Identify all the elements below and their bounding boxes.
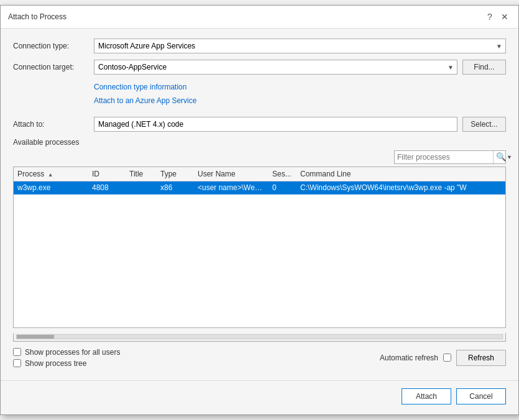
filter-dropdown-arrow: ▼ bbox=[507, 154, 512, 160]
connection-target-select[interactable]: Contoso-AppService bbox=[94, 60, 457, 75]
scrollbar-track[interactable] bbox=[16, 334, 503, 339]
filter-row: 🔍 ▼ bbox=[13, 150, 506, 164]
process-table-wrap[interactable]: Process ▲ ID Title Type Us bbox=[13, 167, 506, 328]
cell-ses: 0 bbox=[269, 181, 296, 194]
col-label-cmdline: Command Line bbox=[300, 170, 351, 178]
col-label-ses: Ses... bbox=[272, 170, 292, 178]
show-process-tree-label: Show process tree bbox=[25, 359, 86, 368]
col-header-title[interactable]: Title bbox=[126, 167, 157, 181]
table-header: Process ▲ ID Title Type Us bbox=[14, 167, 505, 181]
help-button[interactable]: ? bbox=[484, 11, 496, 23]
options-row: Show processes for all users Show proces… bbox=[13, 348, 506, 368]
find-button[interactable]: Find... bbox=[462, 60, 506, 75]
dialog-title: Attach to Process bbox=[8, 12, 67, 21]
search-icon: 🔍 bbox=[496, 152, 507, 162]
col-header-username[interactable]: User Name bbox=[194, 167, 269, 181]
refresh-area: Automatic refresh Refresh bbox=[380, 350, 506, 366]
attach-to-row: Attach to: Select... bbox=[13, 117, 506, 132]
col-header-process[interactable]: Process ▲ bbox=[14, 167, 88, 181]
dialog-footer: Attach Cancel bbox=[1, 380, 518, 414]
refresh-button[interactable]: Refresh bbox=[456, 350, 506, 366]
auto-refresh-label: Automatic refresh bbox=[380, 354, 438, 362]
info-link-azure[interactable]: Attach to an Azure App Service bbox=[94, 94, 506, 108]
title-bar: Attach to Process ? ✕ bbox=[1, 6, 518, 29]
filter-input[interactable] bbox=[395, 151, 493, 163]
col-header-ses[interactable]: Ses... bbox=[269, 167, 296, 181]
attach-to-process-dialog: Attach to Process ? ✕ Connection type: M… bbox=[0, 5, 519, 414]
attach-to-input[interactable] bbox=[94, 117, 457, 132]
table-row[interactable]: w3wp.exe4808x86<user name>\West-...0C:\W… bbox=[14, 181, 505, 194]
cell-username: <user name>\West-... bbox=[194, 181, 269, 194]
cancel-button[interactable]: Cancel bbox=[456, 388, 506, 404]
cell-id: 4808 bbox=[88, 181, 126, 194]
filter-search-button[interactable]: 🔍 ▼ bbox=[493, 151, 515, 163]
show-process-tree-checkbox[interactable] bbox=[13, 359, 21, 367]
sort-icon-process: ▲ bbox=[48, 171, 53, 178]
scrollbar-thumb[interactable] bbox=[17, 335, 54, 339]
connection-type-control: Microsoft Azure App Services ▼ bbox=[94, 39, 506, 53]
process-table-body: w3wp.exe4808x86<user name>\West-...0C:\W… bbox=[14, 181, 505, 194]
process-table: Process ▲ ID Title Type Us bbox=[14, 167, 505, 195]
info-link-connection-type[interactable]: Connection type information bbox=[94, 81, 506, 94]
title-bar-controls: ? ✕ bbox=[484, 11, 511, 23]
available-processes-label: Available processes bbox=[13, 138, 506, 147]
col-header-cmdline[interactable]: Command Line bbox=[296, 167, 505, 181]
auto-refresh-checkbox[interactable] bbox=[443, 354, 451, 362]
attach-to-label: Attach to: bbox=[13, 120, 94, 129]
connection-type-select[interactable]: Microsoft Azure App Services bbox=[94, 39, 506, 53]
show-all-users-checkbox[interactable] bbox=[13, 348, 21, 356]
close-button[interactable]: ✕ bbox=[498, 11, 511, 23]
show-all-users-label: Show processes for all users bbox=[25, 348, 120, 357]
cell-type: x86 bbox=[157, 181, 194, 194]
connection-type-row: Connection type: Microsoft Azure App Ser… bbox=[13, 39, 506, 53]
connection-target-label: Connection target: bbox=[13, 63, 94, 71]
attach-button[interactable]: Attach bbox=[402, 388, 451, 404]
connection-target-control: Contoso-AppService ▼ Find... bbox=[94, 60, 506, 75]
col-header-type[interactable]: Type bbox=[157, 167, 194, 181]
connection-type-dropdown-wrap: Microsoft Azure App Services ▼ bbox=[94, 39, 506, 53]
col-label-id: ID bbox=[92, 170, 99, 178]
col-label-type: Type bbox=[160, 170, 177, 178]
col-label-username: User Name bbox=[198, 170, 236, 178]
horizontal-scrollbar[interactable] bbox=[13, 333, 506, 342]
connection-target-dropdown-wrap: Contoso-AppService ▼ bbox=[94, 60, 457, 75]
connection-type-label: Connection type: bbox=[13, 42, 94, 50]
cell-title bbox=[126, 181, 157, 194]
col-label-process: Process bbox=[17, 170, 44, 178]
col-header-id[interactable]: ID bbox=[88, 167, 126, 181]
show-all-users-checkbox-row[interactable]: Show processes for all users bbox=[13, 348, 120, 357]
dialog-body: Connection type: Microsoft Azure App Ser… bbox=[1, 29, 518, 380]
col-label-title: Title bbox=[129, 170, 143, 178]
cell-cmdline: C:\Windows\SysWOW64\inetsrv\w3wp.exe -ap… bbox=[296, 181, 505, 194]
checkboxes: Show processes for all users Show proces… bbox=[13, 348, 120, 368]
attach-to-control: Select... bbox=[94, 117, 506, 132]
connection-target-row: Connection target: Contoso-AppService ▼ … bbox=[13, 60, 506, 75]
select-button[interactable]: Select... bbox=[462, 117, 506, 132]
filter-input-wrap: 🔍 ▼ bbox=[394, 150, 506, 164]
show-process-tree-checkbox-row[interactable]: Show process tree bbox=[13, 359, 120, 368]
cell-process: w3wp.exe bbox=[14, 181, 88, 194]
info-section: Connection type information Attach to an… bbox=[94, 81, 506, 107]
